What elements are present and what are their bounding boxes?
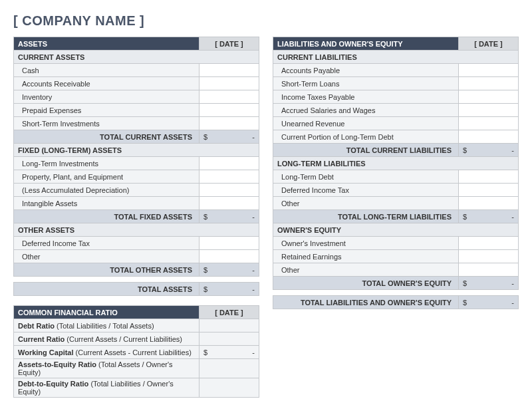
assets-line-row: Deferred Income Tax <box>14 237 259 250</box>
assets-total-value: $- <box>200 210 259 223</box>
liabilities-grand-total-label: TOTAL LIABILITIES AND OWNER'S EQUITY <box>273 296 459 309</box>
liabilities-line-label: Current Portion of Long-Term Debt <box>273 130 459 144</box>
company-name: [ COMPANY NAME ] <box>13 13 519 29</box>
assets-column: ASSETS [ DATE ] CURRENT ASSETS Cash Acco… <box>13 37 259 399</box>
liabilities-line-value[interactable] <box>459 197 519 210</box>
assets-line-row: Long-Term Investments <box>14 157 259 170</box>
liabilities-line-row: Income Taxes Payable <box>273 90 519 104</box>
assets-total-row: TOTAL FIXED ASSETS $- <box>14 210 259 223</box>
liabilities-line-row: Long-Term Debt <box>273 170 519 184</box>
liabilities-section-title: CURRENT LIABILITIES <box>273 51 519 64</box>
liabilities-total-value: $- <box>459 144 519 157</box>
ratio-value[interactable] <box>200 319 259 332</box>
assets-total-label: TOTAL OTHER ASSETS <box>14 263 200 277</box>
assets-line-row: Other <box>14 250 259 263</box>
assets-line-row: Property, Plant, and Equipment <box>14 170 259 184</box>
ratio-row: Current Ratio (Current Assets / Current … <box>14 332 259 346</box>
assets-section-row: OTHER ASSETS <box>14 223 259 237</box>
assets-header-row: ASSETS [ DATE ] <box>14 37 259 51</box>
ratios-header: COMMON FINANCIAL RATIO <box>14 306 200 319</box>
assets-line-value[interactable] <box>200 104 259 117</box>
assets-grand-total-label: TOTAL ASSETS <box>14 283 200 296</box>
assets-total-label: TOTAL FIXED ASSETS <box>14 210 200 223</box>
assets-line-label: Accounts Receivable <box>14 77 200 90</box>
assets-line-label: Cash <box>14 64 200 77</box>
ratio-value[interactable] <box>200 378 259 398</box>
liabilities-line-value[interactable] <box>459 263 519 277</box>
liabilities-line-row: Unearned Revenue <box>273 117 519 130</box>
liabilities-line-label: Accrued Salaries and Wages <box>273 104 459 117</box>
ratio-label: Current Ratio (Current Assets / Current … <box>14 332 200 346</box>
assets-line-label: Deferred Income Tax <box>14 237 200 250</box>
liabilities-total-row: TOTAL LONG-TERM LIABILITIES $- <box>273 210 519 223</box>
assets-grand-total-row: TOTAL ASSETS $- <box>14 283 259 296</box>
assets-line-row: Prepaid Expenses <box>14 104 259 117</box>
ratio-value[interactable] <box>200 332 259 346</box>
liabilities-line-value[interactable] <box>459 77 519 90</box>
liabilities-line-label: Income Taxes Payable <box>273 90 459 104</box>
liabilities-line-row: Deferred Income Tax <box>273 184 519 197</box>
liabilities-line-label: Short-Term Loans <box>273 77 459 90</box>
assets-line-row: Cash <box>14 64 259 77</box>
assets-line-label: Long-Term Investments <box>14 157 200 170</box>
liabilities-grand-total-table: TOTAL LIABILITIES AND OWNER'S EQUITY $- <box>273 295 519 309</box>
assets-line-value[interactable] <box>200 117 259 130</box>
liabilities-section-row: LONG-TERM LIABILITIES <box>273 157 519 170</box>
assets-line-row: Intangible Assets <box>14 197 259 210</box>
assets-total-value: $- <box>200 130 259 144</box>
liabilities-line-row: Other <box>273 197 519 210</box>
ratio-label: Debt-to-Equity Ratio (Total Liabilities … <box>14 378 200 398</box>
liabilities-date[interactable]: [ DATE ] <box>459 37 519 51</box>
assets-line-value[interactable] <box>200 250 259 263</box>
liabilities-line-value[interactable] <box>459 130 519 144</box>
ratio-value[interactable]: $- <box>200 346 259 359</box>
assets-section-row: CURRENT ASSETS <box>14 51 259 64</box>
ratio-row: Debt Ratio (Total Liabilities / Total As… <box>14 319 259 332</box>
assets-total-row: TOTAL OTHER ASSETS $- <box>14 263 259 277</box>
assets-grand-total-table: TOTAL ASSETS $- <box>13 282 259 296</box>
liabilities-line-label: Accounts Payable <box>273 64 459 77</box>
liabilities-line-row: Retained Earnings <box>273 250 519 263</box>
assets-line-value[interactable] <box>200 90 259 104</box>
ratio-label: Debt Ratio (Total Liabilities / Total As… <box>14 319 200 332</box>
assets-line-label: Short-Term Investments <box>14 117 200 130</box>
assets-line-value[interactable] <box>200 237 259 250</box>
liabilities-total-label: TOTAL OWNER'S EQUITY <box>273 277 459 290</box>
liabilities-line-value[interactable] <box>459 170 519 184</box>
liabilities-line-value[interactable] <box>459 250 519 263</box>
liabilities-line-row: Owner's Investment <box>273 237 519 250</box>
ratios-date[interactable]: [ DATE ] <box>200 306 259 319</box>
assets-line-label: Inventory <box>14 90 200 104</box>
assets-line-value[interactable] <box>200 77 259 90</box>
assets-line-value[interactable] <box>200 197 259 210</box>
liabilities-line-label: Other <box>273 263 459 277</box>
ratio-label: Assets-to-Equity Ratio (Total Assets / O… <box>14 359 200 378</box>
ratio-row: Debt-to-Equity Ratio (Total Liabilities … <box>14 378 259 398</box>
assets-line-value[interactable] <box>200 157 259 170</box>
liabilities-section-title: LONG-TERM LIABILITIES <box>273 157 519 170</box>
assets-line-value[interactable] <box>200 170 259 184</box>
assets-date[interactable]: [ DATE ] <box>200 37 259 51</box>
liabilities-line-row: Other <box>273 263 519 277</box>
assets-line-value[interactable] <box>200 64 259 77</box>
liabilities-line-value[interactable] <box>459 184 519 197</box>
liabilities-line-value[interactable] <box>459 117 519 130</box>
liabilities-grand-total-row: TOTAL LIABILITIES AND OWNER'S EQUITY $- <box>273 296 519 309</box>
assets-line-label: Prepaid Expenses <box>14 104 200 117</box>
liabilities-line-label: Other <box>273 197 459 210</box>
liabilities-line-value[interactable] <box>459 237 519 250</box>
liabilities-section-title: OWNER'S EQUITY <box>273 223 519 237</box>
assets-line-label: Intangible Assets <box>14 197 200 210</box>
liabilities-total-row: TOTAL OWNER'S EQUITY $- <box>273 277 519 290</box>
ratio-value[interactable] <box>200 359 259 378</box>
liabilities-line-value[interactable] <box>459 64 519 77</box>
liabilities-grand-total-value: $- <box>459 296 519 309</box>
assets-line-row: (Less Accumulated Depreciation) <box>14 184 259 197</box>
liabilities-total-value: $- <box>459 210 519 223</box>
assets-line-value[interactable] <box>200 184 259 197</box>
ratios-table: COMMON FINANCIAL RATIO [ DATE ] Debt Rat… <box>13 305 259 398</box>
ratio-row: Working Capital (Current Assets - Curren… <box>14 346 259 359</box>
liabilities-header-row: LIABILITIES AND OWNER'S EQUITY [ DATE ] <box>273 37 519 51</box>
liabilities-line-value[interactable] <box>459 104 519 117</box>
liabilities-line-value[interactable] <box>459 90 519 104</box>
